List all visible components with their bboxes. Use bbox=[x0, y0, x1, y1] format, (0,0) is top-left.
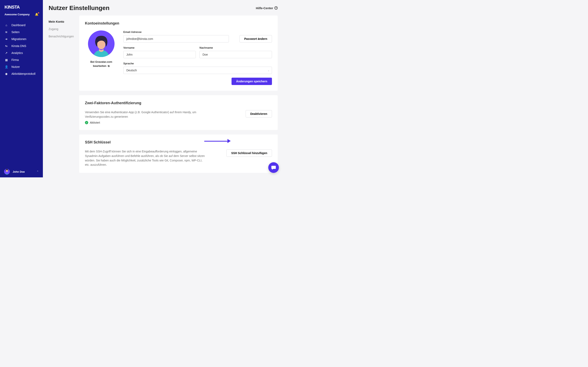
chat-icon bbox=[271, 165, 276, 170]
card-kontoeinstellungen: Kontoeinstellungen bbox=[79, 16, 278, 91]
chat-launcher-button[interactable] bbox=[268, 162, 279, 173]
subnav-item-benachrichtigungen[interactable]: Benachrichtigungen bbox=[48, 33, 79, 40]
subnav-item-zugang[interactable]: Zugang bbox=[48, 25, 79, 33]
page-title: Nutzer Einstellungen bbox=[48, 5, 109, 11]
svg-point-1 bbox=[6, 170, 8, 172]
card-title: Zwei-Faktoren-Authentifizierung bbox=[85, 101, 272, 105]
deactivate-button[interactable]: Deaktivieren bbox=[246, 110, 272, 117]
email-label: Email Adresse bbox=[123, 30, 229, 33]
change-password-button[interactable]: Passwort ändern bbox=[240, 35, 272, 42]
card-ssh-schluessel: SSH Schlüssel Mit dem SSH-Zugriff können… bbox=[79, 134, 278, 173]
topbar: Nutzer Einstellungen Hilfe-Center ? bbox=[43, 0, 283, 16]
card-title: Kontoeinstellungen bbox=[85, 21, 272, 25]
avatar-large bbox=[88, 30, 114, 57]
sidebar-item-migrationen[interactable]: ➔Migrationen bbox=[0, 35, 43, 42]
sidebar-item-nutzer[interactable]: 👤Nutzer bbox=[0, 63, 43, 70]
subnav-item-mein-konto[interactable]: Mein Konto bbox=[48, 18, 79, 25]
email-field[interactable] bbox=[123, 35, 229, 42]
layers-icon: ≋ bbox=[5, 30, 8, 34]
users-icon: 👤 bbox=[5, 65, 8, 68]
nav: ⌂Dashboard ≋Seiten ➔Migrationen ⇆Kinsta … bbox=[0, 20, 43, 77]
sidebar-item-dashboard[interactable]: ⌂Dashboard bbox=[0, 22, 43, 29]
sidebar-item-analytics[interactable]: ↗Analytics bbox=[0, 50, 43, 56]
sidebar-item-label: Analytics bbox=[11, 51, 23, 55]
form-column: Email Adresse Passwort ändern Vorname bbox=[123, 30, 272, 85]
sidebar-item-aktivitaetenprotokoll[interactable]: ◉Aktivitätenprotokoll bbox=[0, 70, 43, 77]
ssh-desc: Mit dem SSH-Zugriff können Sie sich in e… bbox=[85, 149, 207, 167]
home-icon: ⌂ bbox=[5, 24, 8, 27]
sidebar: KINSTA Awesome Company 🔔 ⌂Dashboard ≋Sei… bbox=[0, 0, 43, 177]
sidebar-item-seiten[interactable]: ≋Seiten bbox=[0, 29, 43, 35]
main: Nutzer Einstellungen Hilfe-Center ? Mein… bbox=[43, 0, 283, 177]
sidebar-item-label: Dashboard bbox=[11, 24, 25, 27]
dns-icon: ⇆ bbox=[5, 44, 8, 48]
card-zwei-faktoren: Zwei-Faktoren-Authentifizierung Verwende… bbox=[79, 95, 278, 130]
gravatar-link[interactable]: Bei Gravatar.com bearbeiten ⧉ bbox=[85, 60, 118, 68]
content: Mein Konto Zugang Benachrichtigungen Kon… bbox=[43, 16, 283, 177]
company-row: Awesome Company 🔔 bbox=[0, 13, 43, 20]
two-factor-status: ✓ Aktiviert bbox=[85, 121, 199, 124]
sidebar-item-label: Migrationen bbox=[11, 37, 26, 41]
lastname-label: Nachname bbox=[200, 46, 272, 49]
lastname-field[interactable] bbox=[200, 51, 272, 58]
analytics-icon: ↗ bbox=[5, 51, 8, 55]
sidebar-item-label: Aktivitätenprotokoll bbox=[11, 72, 36, 75]
user-menu[interactable]: John Doe ⌃ bbox=[0, 166, 43, 177]
brand-logo: KINSTA bbox=[0, 0, 43, 13]
subnav: Mein Konto Zugang Benachrichtigungen bbox=[48, 16, 79, 173]
help-center-link[interactable]: Hilfe-Center ? bbox=[256, 6, 278, 10]
card-title: SSH Schlüssel bbox=[85, 140, 272, 144]
sidebar-item-label: Firma bbox=[11, 58, 19, 61]
sidebar-item-firma[interactable]: ▦Firma bbox=[0, 56, 43, 63]
sidebar-item-label: Seiten bbox=[11, 30, 20, 34]
chevron-down-icon: ⌄ bbox=[268, 69, 269, 72]
migration-icon: ➔ bbox=[5, 37, 8, 41]
help-icon: ? bbox=[274, 6, 278, 10]
check-icon: ✓ bbox=[85, 121, 88, 124]
eye-icon: ◉ bbox=[5, 72, 8, 75]
notification-bell-icon[interactable]: 🔔 bbox=[35, 13, 38, 16]
two-factor-desc: Verwenden Sie eine Authenticator-App (z.… bbox=[85, 110, 199, 119]
firstname-field[interactable] bbox=[123, 51, 196, 58]
sidebar-item-label: Kinsta DNS bbox=[11, 44, 26, 48]
language-select[interactable] bbox=[123, 67, 272, 74]
language-label: Sprache bbox=[123, 62, 272, 65]
firstname-label: Vorname bbox=[123, 46, 196, 49]
sidebar-item-kinsta-dns[interactable]: ⇆Kinsta DNS bbox=[0, 42, 43, 50]
help-center-label: Hilfe-Center bbox=[256, 6, 273, 10]
user-name: John Doe bbox=[13, 170, 25, 173]
add-ssh-key-button[interactable]: SSH Schlüssel hinzufügen bbox=[226, 149, 272, 157]
company-icon: ▦ bbox=[5, 58, 8, 61]
external-link-icon: ⧉ bbox=[108, 65, 110, 67]
chevron-up-icon: ⌃ bbox=[37, 170, 39, 173]
status-label: Aktiviert bbox=[90, 121, 100, 124]
company-name: Awesome Company bbox=[5, 13, 30, 16]
sidebar-item-label: Nutzer bbox=[11, 65, 20, 68]
avatar-column: Bei Gravatar.com bearbeiten ⧉ bbox=[85, 30, 118, 85]
save-button[interactable]: Änderungen speichern bbox=[232, 78, 272, 85]
avatar-icon bbox=[4, 169, 10, 175]
cards: Kontoeinstellungen bbox=[79, 16, 278, 173]
